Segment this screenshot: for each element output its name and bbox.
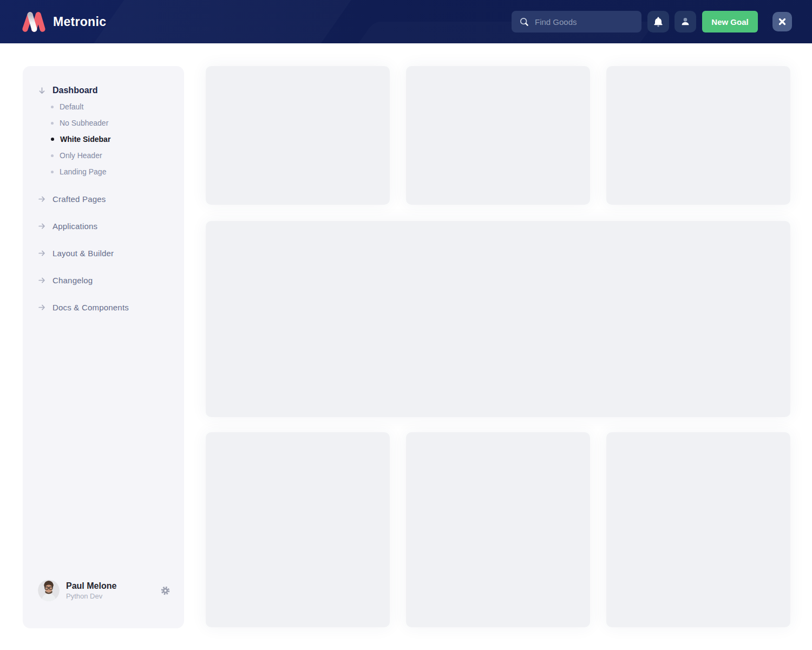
- sidebar-nav: Dashboard Default No Subheader White Sid…: [23, 66, 184, 315]
- sidebar-item-label: Default: [60, 102, 83, 111]
- sidebar-item-label: No Subheader: [60, 119, 108, 127]
- sidebar-item-label: Applications: [53, 222, 97, 231]
- bell-icon: [653, 16, 664, 28]
- search-icon: [519, 17, 529, 27]
- sidebar-item-label: Only Header: [60, 151, 102, 160]
- placeholder-card: [206, 66, 390, 205]
- placeholder-card: [406, 66, 590, 205]
- sidebar-item-landing-page[interactable]: Landing Page: [23, 164, 184, 180]
- gear-icon: [160, 586, 171, 596]
- close-icon: [777, 17, 787, 27]
- sidebar: Dashboard Default No Subheader White Sid…: [23, 66, 184, 628]
- sidebar-item-label: Landing Page: [60, 167, 106, 176]
- sidebar-item-no-subheader[interactable]: No Subheader: [23, 115, 184, 131]
- new-goal-button[interactable]: New Goal: [702, 11, 758, 32]
- sidebar-item-applications[interactable]: Applications: [23, 218, 184, 234]
- placeholder-card: [206, 432, 390, 627]
- bullet-icon: [51, 138, 54, 141]
- arrow-right-icon: [38, 276, 46, 284]
- bullet-icon: [51, 154, 54, 157]
- app-window: Metronic: [0, 0, 812, 650]
- bullet-icon: [51, 106, 54, 108]
- user-name: Paul Melone: [66, 581, 159, 591]
- sidebar-item-only-header[interactable]: Only Header: [23, 147, 184, 164]
- metronic-logo-icon: [22, 10, 45, 34]
- top-header: Metronic: [0, 0, 812, 43]
- user-meta: Paul Melone Python Dev: [66, 581, 159, 600]
- brand-name: Metronic: [53, 15, 106, 29]
- sidebar-item-crafted-pages[interactable]: Crafted Pages: [23, 191, 184, 207]
- account-button[interactable]: [675, 11, 696, 32]
- settings-button[interactable]: [159, 584, 171, 596]
- sidebar-item-label: Docs & Components: [53, 303, 129, 312]
- placeholder-card: [606, 432, 790, 627]
- sidebar-item-docs-components[interactable]: Docs & Components: [23, 299, 184, 315]
- bullet-icon: [51, 122, 54, 125]
- sidebar-item-label: White Sidebar: [60, 135, 110, 144]
- sidebar-item-label: Layout & Builder: [53, 249, 114, 258]
- brand[interactable]: Metronic: [22, 10, 106, 34]
- sidebar-item-label: Dashboard: [53, 86, 98, 95]
- sidebar-item-white-sidebar[interactable]: White Sidebar: [23, 131, 184, 147]
- sidebar-item-layout-builder[interactable]: Layout & Builder: [23, 245, 184, 261]
- placeholder-card-wide: [206, 221, 790, 417]
- user-profile[interactable]: Paul Melone Python Dev: [38, 580, 171, 601]
- bullet-icon: [51, 171, 54, 173]
- user-icon: [680, 16, 691, 27]
- arrow-right-icon: [38, 222, 46, 230]
- user-role: Python Dev: [66, 592, 159, 600]
- arrow-down-icon: [38, 87, 46, 95]
- sidebar-item-default[interactable]: Default: [23, 99, 184, 115]
- arrow-right-icon: [38, 195, 46, 203]
- sidebar-item-dashboard[interactable]: Dashboard: [23, 82, 184, 99]
- placeholder-card: [406, 432, 590, 627]
- header-search[interactable]: [512, 11, 641, 32]
- avatar: [38, 580, 60, 601]
- sidebar-item-changelog[interactable]: Changelog: [23, 272, 184, 288]
- search-input[interactable]: [535, 17, 627, 27]
- arrow-right-icon: [38, 303, 46, 311]
- sidebar-item-label: Changelog: [53, 276, 93, 285]
- placeholder-card: [606, 66, 790, 205]
- arrow-right-icon: [38, 249, 46, 257]
- close-button[interactable]: [772, 12, 792, 31]
- notifications-button[interactable]: [647, 11, 669, 32]
- sidebar-item-label: Crafted Pages: [53, 194, 106, 204]
